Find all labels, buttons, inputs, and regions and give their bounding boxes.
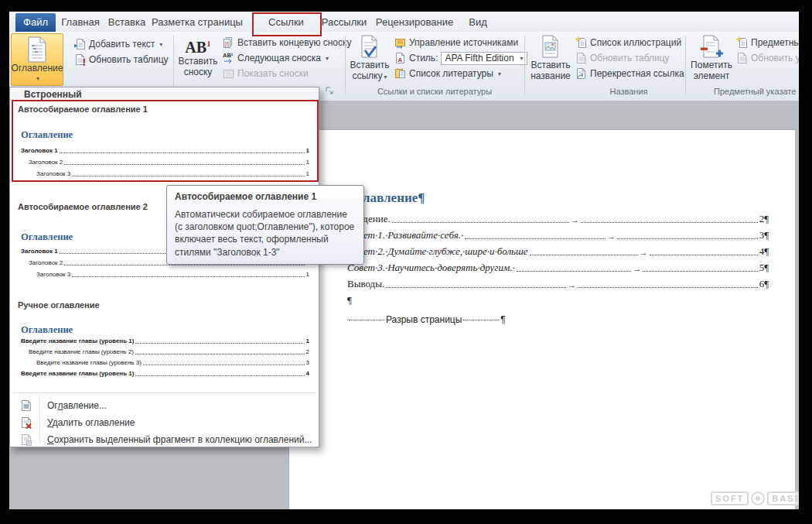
ribbon-tab-bar: Файл Главная Вставка Разметка страницы С…: [9, 12, 799, 33]
insert-citation-button[interactable]: Вставить ссылку▾: [348, 35, 391, 86]
group-divider: [685, 36, 686, 94]
table-of-contents-button[interactable]: Оглавление ▾: [11, 33, 63, 86]
manage-sources-icon: [394, 36, 406, 49]
toc-entry-vvedenie: Введение. → 2¶: [347, 212, 769, 225]
gallery-preview-row: Заголовок 31: [21, 170, 309, 177]
gallery-preview-row: Заголовок 21: [21, 158, 309, 166]
page-break-marker: Разрыв страницы ¶: [347, 314, 506, 325]
mark-entry-label2: элемент: [694, 70, 730, 81]
next-footnote-label: Следующая сноска: [237, 53, 321, 63]
insert-caption-button[interactable]: Вставить название: [529, 35, 572, 86]
tab-mailings[interactable]: Рассылки: [319, 13, 370, 32]
tab-file[interactable]: Файл: [15, 13, 56, 32]
update-table-icon: [74, 53, 86, 66]
update-captions-table-label: Обновить таблицу: [590, 53, 670, 63]
insert-footnote-button[interactable]: AB1 Вставить сноску: [176, 35, 220, 86]
insert-caption-label: Вставить: [531, 60, 571, 70]
insert-endnote-button[interactable]: [i] Вставить концевую сноску: [223, 36, 351, 50]
mark-entry-button[interactable]: Пометить элемент: [690, 35, 733, 86]
insert-caption-icon: [541, 35, 561, 60]
footnote-ab-icon: AB1: [185, 35, 210, 56]
cross-reference-label: Перекрестная ссылка: [590, 68, 684, 79]
show-notes-icon: [223, 67, 234, 80]
table-of-figures-label: Список иллюстраций: [590, 37, 681, 48]
svg-text:[i]: [i]: [225, 41, 230, 47]
table-of-figures-button[interactable]: Список иллюстраций: [575, 36, 681, 50]
index-group-label: Предметный указате: [714, 87, 796, 98]
page-break-dots: [349, 319, 384, 320]
paragraph-mark: ¶: [500, 314, 505, 325]
chevron-down-icon: ▾: [326, 55, 329, 62]
tooltip-body: Автоматически собираемое оглавление (с з…: [175, 208, 356, 259]
gallery-item-tooltip: Автособираемое оглавление 1 Автоматическ…: [166, 185, 364, 265]
style-icon: A: [394, 52, 406, 64]
add-text-button[interactable]: Добавить текст ▾: [74, 37, 162, 51]
style-row: A Стиль: APA Fifth Edition ▾: [394, 51, 527, 65]
update-toc-table-button[interactable]: Обновить таблицу: [74, 53, 169, 67]
insert-index-button[interactable]: Предметный у: [736, 36, 799, 50]
svg-text:A: A: [398, 57, 403, 63]
gallery-preview-row: Введите название главы (уровень 2)2: [21, 348, 309, 355]
document-page[interactable]: Оглавление¶ Введение. → 2¶ Совет·1.·Разв…: [288, 129, 795, 509]
gallery-preview-heading: Оглавление: [21, 129, 73, 141]
update-table-disabled-icon: [575, 52, 587, 64]
chevron-down-icon: ▾: [159, 41, 162, 48]
tab-mark-icon: →: [571, 215, 579, 224]
bibliography-button[interactable]: Список литературы ▾: [394, 67, 501, 80]
group-divider: [345, 36, 346, 94]
footnotes-dialog-launcher[interactable]: [325, 85, 336, 96]
menu-separator: [13, 392, 316, 393]
update-index-button[interactable]: Обновить ука: [736, 51, 799, 65]
toc-gallery-dropdown: Встроенный Автособираемое оглавление 1 О…: [9, 87, 319, 447]
tab-insert[interactable]: Вставка: [104, 13, 150, 32]
paragraph-mark: ¶: [347, 294, 352, 307]
update-captions-table-button[interactable]: Обновить таблицу: [575, 51, 670, 65]
bibliography-label: Список литературы: [409, 68, 493, 79]
chevron-down-icon: ▾: [520, 55, 524, 62]
dialog-launcher-icon: [325, 86, 335, 96]
tab-mark-icon: →: [633, 264, 641, 273]
bibliography-icon: [394, 67, 406, 80]
gallery-preview-row: Заголовок 31: [21, 270, 309, 278]
gallery-preview-row: Введите название главы (уровень 3)3: [21, 358, 309, 366]
gallery-item-auto-toc1-title[interactable]: Автособираемое оглавление 1: [18, 104, 148, 114]
tab-mark-icon: →: [640, 248, 648, 257]
show-notes-button[interactable]: Показать сноски: [223, 67, 309, 80]
manage-sources-button[interactable]: Управление источниками: [394, 36, 518, 50]
next-footnote-button[interactable]: AB¹ Следующая сноска ▾: [223, 51, 329, 65]
toc-entry-vyvody: Выводы. → 6¶: [347, 277, 769, 290]
gallery-item-auto-toc2-title[interactable]: Автособираемое оглавление 2: [18, 202, 148, 211]
page-break-label: Разрыв страницы: [386, 314, 462, 325]
menu-item-insert-toc[interactable]: Оглавление...: [10, 397, 317, 414]
tab-review[interactable]: Рецензирование: [371, 13, 458, 32]
add-text-label: Добавить текст: [89, 39, 155, 50]
gallery-item-manual-toc-title[interactable]: Ручное оглавление: [18, 300, 100, 310]
insert-index-label: Предметный у: [751, 37, 799, 48]
update-index-icon: [736, 52, 748, 64]
save-selection-icon: [20, 433, 32, 446]
update-index-label: Обновить ука: [751, 53, 799, 63]
group-divider: [524, 36, 525, 94]
word-window: Файл Главная Вставка Разметка страницы С…: [9, 12, 799, 509]
gallery-preview-row: Введите название главы (уровень 1)4: [21, 369, 309, 377]
menu-item-save-selection[interactable]: Сохранить выделенный фрагмент в коллекци…: [10, 431, 317, 448]
menu-item-remove-toc[interactable]: Удалить оглавление: [10, 414, 317, 431]
gallery-preview-heading: Оглавление: [21, 231, 73, 243]
tab-page-layout[interactable]: Разметка страницы: [152, 13, 243, 32]
references-tab-highlight-box: [252, 12, 322, 36]
screenshot-stage: Файл Главная Вставка Разметка страницы С…: [0, 0, 812, 524]
chevron-down-icon: ▾: [498, 70, 501, 77]
mark-entry-icon: [700, 35, 723, 60]
toc-button-label: Оглавление: [12, 63, 63, 74]
style-value: APA Fifth Edition: [445, 53, 513, 63]
tab-home[interactable]: Главная: [57, 13, 104, 32]
tooltip-title: Автособираемое оглавление 1: [175, 191, 356, 202]
citation-style-select[interactable]: APA Fifth Edition ▾: [441, 52, 527, 65]
insert-footnote-label2: сноску: [184, 67, 213, 77]
update-table-label: Обновить таблицу: [89, 54, 169, 65]
insert-caption-label2: название: [531, 70, 571, 81]
insert-footnote-label: Вставить: [179, 56, 218, 67]
cross-reference-button[interactable]: Перекрестная ссылка: [575, 67, 684, 80]
gallery-section-header: Встроенный: [10, 87, 319, 101]
tab-view[interactable]: Вид: [461, 13, 495, 32]
